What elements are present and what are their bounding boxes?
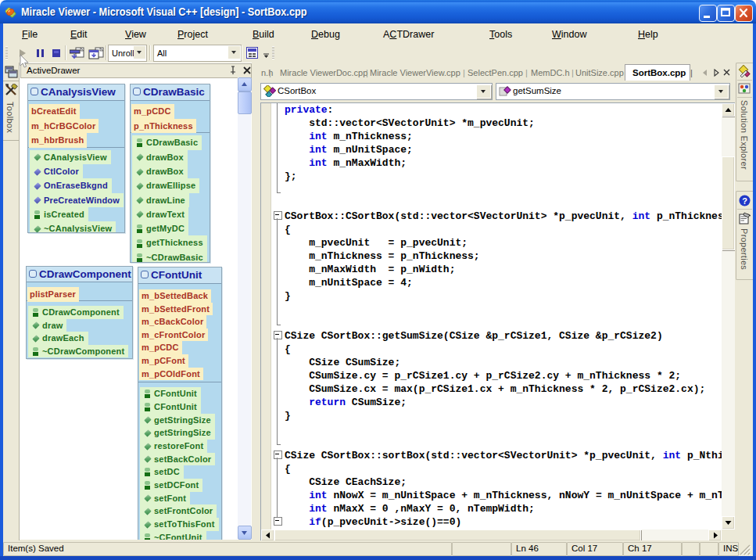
svg-text:?: ? <box>742 196 747 206</box>
